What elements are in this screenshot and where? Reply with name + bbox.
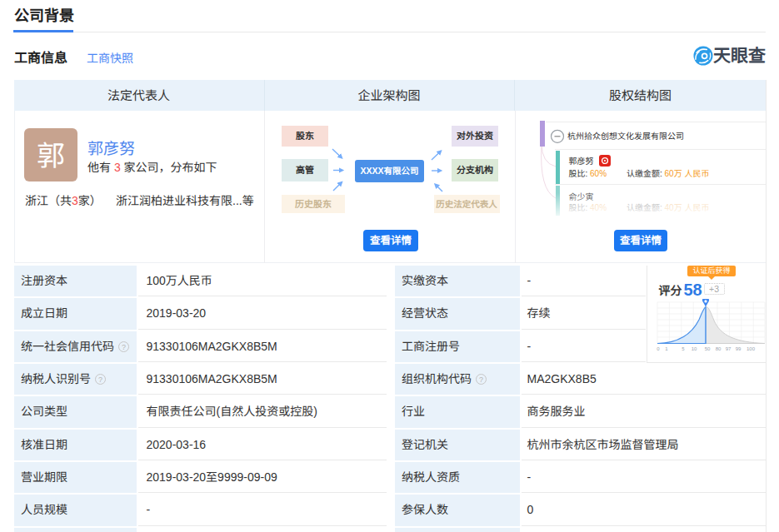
- svg-text:0: 0: [657, 346, 660, 351]
- svg-text:100: 100: [746, 346, 755, 351]
- svg-text:10: 10: [691, 346, 697, 351]
- svg-text:80: 80: [715, 346, 721, 351]
- svg-text:1: 1: [665, 346, 668, 351]
- svg-text:97: 97: [725, 346, 731, 351]
- svg-text:99: 99: [735, 346, 741, 351]
- svg-text:50: 50: [704, 346, 710, 351]
- svg-text:5: 5: [682, 346, 685, 351]
